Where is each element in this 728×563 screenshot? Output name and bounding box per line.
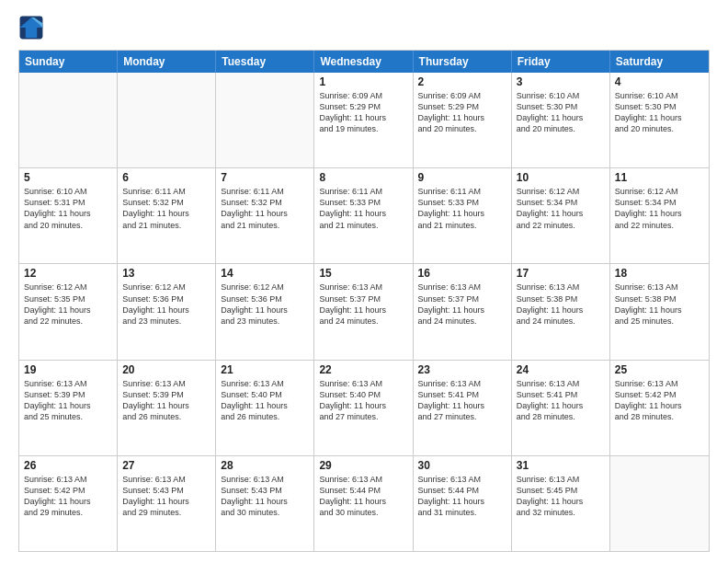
day-number: 26 bbox=[24, 459, 112, 472]
day-number: 18 bbox=[615, 267, 704, 280]
calendar-cell: 31Sunrise: 6:13 AMSunset: 5:45 PMDayligh… bbox=[512, 456, 610, 551]
day-number: 8 bbox=[319, 171, 407, 184]
day-number: 9 bbox=[418, 171, 506, 184]
day-number: 21 bbox=[221, 363, 309, 376]
day-info: Sunrise: 6:11 AMSunset: 5:33 PMDaylight:… bbox=[319, 186, 407, 231]
day-info: Sunrise: 6:13 AMSunset: 5:45 PMDaylight:… bbox=[517, 474, 605, 519]
logo-icon bbox=[18, 15, 44, 40]
day-number: 4 bbox=[615, 75, 704, 88]
day-number: 13 bbox=[122, 267, 210, 280]
day-number: 27 bbox=[122, 459, 210, 472]
day-info: Sunrise: 6:13 AMSunset: 5:41 PMDaylight:… bbox=[517, 378, 605, 423]
day-info: Sunrise: 6:13 AMSunset: 5:44 PMDaylight:… bbox=[418, 474, 506, 519]
day-info: Sunrise: 6:13 AMSunset: 5:39 PMDaylight:… bbox=[122, 378, 210, 423]
day-number: 14 bbox=[221, 267, 309, 280]
calendar-cell: 2Sunrise: 6:09 AMSunset: 5:29 PMDaylight… bbox=[414, 73, 512, 167]
calendar-cell: 15Sunrise: 6:13 AMSunset: 5:37 PMDayligh… bbox=[314, 264, 413, 359]
calendar-cell bbox=[19, 73, 118, 167]
calendar-cell: 27Sunrise: 6:13 AMSunset: 5:43 PMDayligh… bbox=[118, 456, 216, 551]
day-info: Sunrise: 6:12 AMSunset: 5:34 PMDaylight:… bbox=[517, 186, 605, 231]
calendar-cell bbox=[216, 73, 314, 167]
calendar-cell: 6Sunrise: 6:11 AMSunset: 5:32 PMDaylight… bbox=[118, 168, 216, 263]
day-info: Sunrise: 6:09 AMSunset: 5:29 PMDaylight:… bbox=[418, 90, 506, 135]
day-number: 30 bbox=[418, 459, 506, 472]
day-number: 29 bbox=[319, 459, 407, 472]
calendar-header-cell: Monday bbox=[118, 51, 216, 73]
day-number: 17 bbox=[517, 267, 605, 280]
day-info: Sunrise: 6:13 AMSunset: 5:42 PMDaylight:… bbox=[615, 378, 704, 423]
calendar: SundayMondayTuesdayWednesdayThursdayFrid… bbox=[18, 50, 710, 552]
calendar-cell: 23Sunrise: 6:13 AMSunset: 5:41 PMDayligh… bbox=[414, 361, 512, 455]
day-info: Sunrise: 6:13 AMSunset: 5:41 PMDaylight:… bbox=[418, 378, 506, 423]
calendar-cell: 8Sunrise: 6:11 AMSunset: 5:33 PMDaylight… bbox=[314, 168, 413, 263]
day-info: Sunrise: 6:13 AMSunset: 5:43 PMDaylight:… bbox=[122, 474, 210, 519]
calendar-header-cell: Wednesday bbox=[314, 51, 413, 73]
day-number: 25 bbox=[615, 363, 704, 376]
day-number: 22 bbox=[319, 363, 407, 376]
calendar-cell: 22Sunrise: 6:13 AMSunset: 5:40 PMDayligh… bbox=[314, 361, 413, 455]
day-info: Sunrise: 6:13 AMSunset: 5:38 PMDaylight:… bbox=[517, 282, 605, 327]
day-info: Sunrise: 6:13 AMSunset: 5:38 PMDaylight:… bbox=[615, 282, 704, 327]
day-info: Sunrise: 6:13 AMSunset: 5:42 PMDaylight:… bbox=[24, 474, 112, 519]
calendar-cell: 25Sunrise: 6:13 AMSunset: 5:42 PMDayligh… bbox=[610, 361, 709, 455]
day-number: 12 bbox=[24, 267, 112, 280]
day-info: Sunrise: 6:11 AMSunset: 5:32 PMDaylight:… bbox=[221, 186, 309, 231]
day-info: Sunrise: 6:12 AMSunset: 5:36 PMDaylight:… bbox=[122, 282, 210, 327]
day-info: Sunrise: 6:12 AMSunset: 5:35 PMDaylight:… bbox=[24, 282, 112, 327]
day-number: 24 bbox=[517, 363, 605, 376]
calendar-cell: 1Sunrise: 6:09 AMSunset: 5:29 PMDaylight… bbox=[314, 73, 413, 167]
calendar-row: 26Sunrise: 6:13 AMSunset: 5:42 PMDayligh… bbox=[19, 455, 709, 551]
calendar-cell: 30Sunrise: 6:13 AMSunset: 5:44 PMDayligh… bbox=[414, 456, 512, 551]
day-number: 11 bbox=[615, 171, 704, 184]
calendar-row: 19Sunrise: 6:13 AMSunset: 5:39 PMDayligh… bbox=[19, 360, 709, 455]
day-info: Sunrise: 6:10 AMSunset: 5:30 PMDaylight:… bbox=[517, 90, 605, 135]
calendar-cell: 4Sunrise: 6:10 AMSunset: 5:30 PMDaylight… bbox=[610, 73, 709, 167]
calendar-cell: 10Sunrise: 6:12 AMSunset: 5:34 PMDayligh… bbox=[512, 168, 610, 263]
calendar-cell bbox=[610, 456, 709, 551]
calendar-cell: 21Sunrise: 6:13 AMSunset: 5:40 PMDayligh… bbox=[216, 361, 314, 455]
day-info: Sunrise: 6:11 AMSunset: 5:33 PMDaylight:… bbox=[418, 186, 506, 231]
day-info: Sunrise: 6:12 AMSunset: 5:36 PMDaylight:… bbox=[221, 282, 309, 327]
day-number: 15 bbox=[319, 267, 407, 280]
header bbox=[18, 15, 710, 40]
calendar-cell: 18Sunrise: 6:13 AMSunset: 5:38 PMDayligh… bbox=[610, 264, 709, 359]
calendar-header-cell: Saturday bbox=[610, 51, 709, 73]
day-info: Sunrise: 6:13 AMSunset: 5:40 PMDaylight:… bbox=[319, 378, 407, 423]
calendar-header-cell: Tuesday bbox=[216, 51, 314, 73]
day-number: 19 bbox=[24, 363, 112, 376]
logo bbox=[18, 15, 48, 40]
calendar-cell bbox=[118, 73, 216, 167]
day-info: Sunrise: 6:13 AMSunset: 5:37 PMDaylight:… bbox=[319, 282, 407, 327]
calendar-cell: 29Sunrise: 6:13 AMSunset: 5:44 PMDayligh… bbox=[314, 456, 413, 551]
calendar-header: SundayMondayTuesdayWednesdayThursdayFrid… bbox=[19, 51, 709, 73]
day-number: 3 bbox=[517, 75, 605, 88]
day-number: 5 bbox=[24, 171, 112, 184]
calendar-cell: 7Sunrise: 6:11 AMSunset: 5:32 PMDaylight… bbox=[216, 168, 314, 263]
day-info: Sunrise: 6:13 AMSunset: 5:44 PMDaylight:… bbox=[319, 474, 407, 519]
calendar-cell: 20Sunrise: 6:13 AMSunset: 5:39 PMDayligh… bbox=[118, 361, 216, 455]
calendar-row: 1Sunrise: 6:09 AMSunset: 5:29 PMDaylight… bbox=[19, 73, 709, 167]
day-info: Sunrise: 6:09 AMSunset: 5:29 PMDaylight:… bbox=[319, 90, 407, 135]
calendar-cell: 9Sunrise: 6:11 AMSunset: 5:33 PMDaylight… bbox=[414, 168, 512, 263]
calendar-header-cell: Sunday bbox=[19, 51, 118, 73]
calendar-cell: 16Sunrise: 6:13 AMSunset: 5:37 PMDayligh… bbox=[414, 264, 512, 359]
day-number: 28 bbox=[221, 459, 309, 472]
calendar-cell: 11Sunrise: 6:12 AMSunset: 5:34 PMDayligh… bbox=[610, 168, 709, 263]
calendar-cell: 24Sunrise: 6:13 AMSunset: 5:41 PMDayligh… bbox=[512, 361, 610, 455]
day-info: Sunrise: 6:12 AMSunset: 5:34 PMDaylight:… bbox=[615, 186, 704, 231]
day-number: 2 bbox=[418, 75, 506, 88]
calendar-cell: 5Sunrise: 6:10 AMSunset: 5:31 PMDaylight… bbox=[19, 168, 118, 263]
day-info: Sunrise: 6:13 AMSunset: 5:40 PMDaylight:… bbox=[221, 378, 309, 423]
calendar-cell: 28Sunrise: 6:13 AMSunset: 5:43 PMDayligh… bbox=[216, 456, 314, 551]
day-number: 7 bbox=[221, 171, 309, 184]
day-info: Sunrise: 6:10 AMSunset: 5:30 PMDaylight:… bbox=[615, 90, 704, 135]
day-info: Sunrise: 6:13 AMSunset: 5:43 PMDaylight:… bbox=[221, 474, 309, 519]
day-number: 20 bbox=[122, 363, 210, 376]
day-info: Sunrise: 6:10 AMSunset: 5:31 PMDaylight:… bbox=[24, 186, 112, 231]
calendar-cell: 12Sunrise: 6:12 AMSunset: 5:35 PMDayligh… bbox=[19, 264, 118, 359]
calendar-cell: 3Sunrise: 6:10 AMSunset: 5:30 PMDaylight… bbox=[512, 73, 610, 167]
calendar-cell: 13Sunrise: 6:12 AMSunset: 5:36 PMDayligh… bbox=[118, 264, 216, 359]
day-info: Sunrise: 6:13 AMSunset: 5:39 PMDaylight:… bbox=[24, 378, 112, 423]
day-info: Sunrise: 6:13 AMSunset: 5:37 PMDaylight:… bbox=[418, 282, 506, 327]
calendar-cell: 26Sunrise: 6:13 AMSunset: 5:42 PMDayligh… bbox=[19, 456, 118, 551]
